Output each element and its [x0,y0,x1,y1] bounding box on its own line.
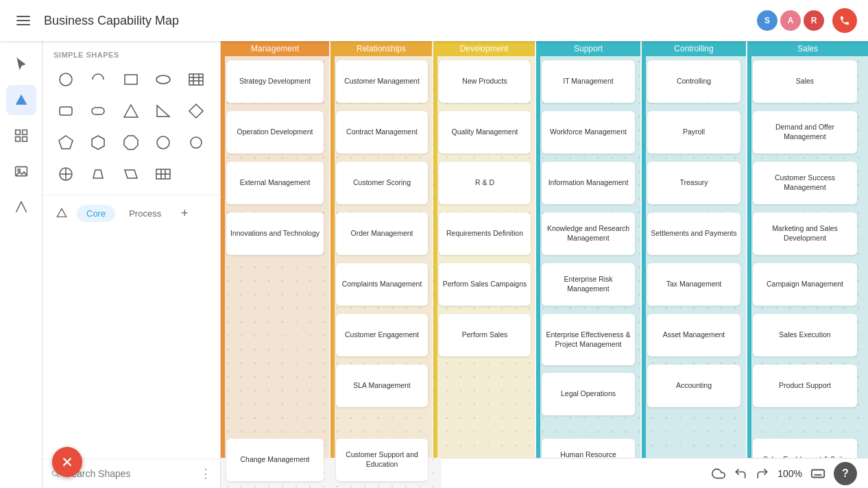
card-operation[interactable]: Operation Development [226,111,324,154]
shapes-tool-icon[interactable] [6,85,36,115]
fab-close-button[interactable] [52,447,82,477]
avatar-group: S A R [757,8,857,33]
management-col-header: Management [221,41,329,56]
card-controlling[interactable]: Controlling [647,60,740,103]
card-asset[interactable]: Asset Management [647,314,740,356]
table-shape[interactable] [181,64,211,95]
svg-rect-4 [15,130,20,135]
grid-tool-icon[interactable] [6,121,36,151]
rounded-rect2-shape[interactable] [83,96,113,126]
header: Business Capability Map S A R [0,0,868,41]
card-sales-exec[interactable]: Sales Execution [753,314,857,356]
hexagon-shape[interactable] [83,127,113,158]
avatar-s[interactable]: S [757,10,777,31]
circle3-shape[interactable] [181,127,211,158]
card-sales[interactable]: Sales [753,60,857,103]
support-col-header: Support [536,41,640,56]
card-external[interactable]: External Management [226,162,324,204]
card-perform-sales2[interactable]: Perform Sales [439,314,531,356]
tab-core[interactable]: Core [77,205,115,222]
svg-rect-7 [22,137,27,142]
card-tax[interactable]: Tax Management [647,263,740,306]
card-payroll[interactable]: Payroll [647,111,740,154]
card-information[interactable]: Information Management [542,162,635,204]
cross-shape[interactable] [51,159,81,189]
avatar-r[interactable]: R [804,10,824,31]
search-more-button[interactable]: ⋮ [200,466,212,481]
svg-marker-31 [93,170,103,178]
card-complaints[interactable]: Complaints Management [336,263,428,306]
card-quality[interactable]: Quality Management [439,111,531,154]
ellipse-shape[interactable] [148,64,178,95]
sales-col-header: Sales [747,41,868,56]
card-innovations[interactable]: Innovations and Technology [226,212,324,255]
svg-marker-25 [124,136,138,149]
card-marketing[interactable]: Marketing and Sales Development [753,212,857,255]
image-tool-icon[interactable] [6,156,36,186]
circle2-shape[interactable] [148,127,178,158]
arc-shape[interactable] [83,64,113,95]
card-treasury[interactable]: Treasury [647,162,740,204]
card-enterprise-eff[interactable]: Enterprise Effectiveness & Project Manag… [542,314,635,365]
relationships-col-header: Relationships [330,41,432,56]
undo-icon[interactable] [734,467,747,480]
card-change[interactable]: Change Management [226,439,324,481]
card-it[interactable]: IT Management [542,60,635,103]
pentagon-shape[interactable] [51,127,81,158]
canvas[interactable]: Management Relationships Development Sup… [221,41,868,488]
search-shapes-input[interactable] [65,468,194,479]
card-order[interactable]: Order Management [336,212,428,255]
svg-marker-23 [59,136,73,149]
card-customer-support[interactable]: Customer Support and Education [336,439,428,481]
card-workforce[interactable]: Workforce Management [542,111,635,154]
card-new-products[interactable]: New Products [439,60,531,103]
card-strategy[interactable]: Strategy Development [226,60,324,103]
svg-line-39 [57,475,59,477]
card-settlements[interactable]: Settlements and Payments [647,212,740,255]
card-legal[interactable]: Legal Operations [542,373,635,415]
rounded-rect-shape[interactable] [51,96,81,126]
tab-process[interactable]: Process [119,205,171,222]
card-scoring[interactable]: Customer Scoring [336,162,428,204]
card-contract[interactable]: Contract Management [336,111,428,154]
diamond-shape[interactable] [181,96,211,126]
card-campaign[interactable]: Campaign Management [753,263,857,306]
shapes-grid [43,64,220,195]
cloud-icon[interactable] [712,467,725,480]
card-customer-success[interactable]: Customer Success Management [753,162,857,204]
card-customer-mgmt[interactable]: Customer Management [336,60,428,103]
svg-point-10 [60,73,72,86]
tab-add-button[interactable]: + [175,204,194,223]
menu-button[interactable] [11,8,36,33]
call-button[interactable] [832,8,857,33]
redo-icon[interactable] [756,467,769,480]
cursor-tool-icon[interactable] [6,49,36,80]
keyboard-icon[interactable] [810,466,825,481]
simple-shapes-label: SIMPLE SHAPES [43,41,220,64]
tab-icon [51,202,73,224]
right-triangle-shape[interactable] [148,96,178,126]
help-button[interactable]: ? [834,462,857,485]
svg-rect-5 [22,130,27,135]
parallelogram-shape[interactable] [116,159,146,189]
card-engagement[interactable]: Customer Engagement [336,314,428,356]
card-perform-sales[interactable]: Perform Sales Campaigns [439,263,531,306]
svg-rect-1 [16,20,30,21]
card-knowledge[interactable]: Knowledge and Research Management [542,212,635,255]
card-rd[interactable]: R & D [439,162,531,204]
card-enterprise-risk[interactable]: Enterprise Risk Management [542,263,635,306]
card-sla[interactable]: SLA Management [336,365,428,407]
card-requirements[interactable]: Requirements Definition [439,212,531,255]
rectangle-shape[interactable] [116,64,146,95]
trapezoid-shape[interactable] [83,159,113,189]
grid2-shape[interactable] [148,159,178,189]
card-product-support[interactable]: Product Support [753,365,857,407]
card-accounting[interactable]: Accounting [647,365,740,407]
octagon-shape[interactable] [116,127,146,158]
card-demand[interactable]: Demand and Offer Management [753,111,857,154]
shapes-panel: SIMPLE SHAPES [43,41,221,488]
avatar-a[interactable]: A [780,10,801,31]
vector-tool-icon[interactable] [6,192,36,222]
triangle-shape[interactable] [116,96,146,126]
circle-shape[interactable] [51,64,81,95]
